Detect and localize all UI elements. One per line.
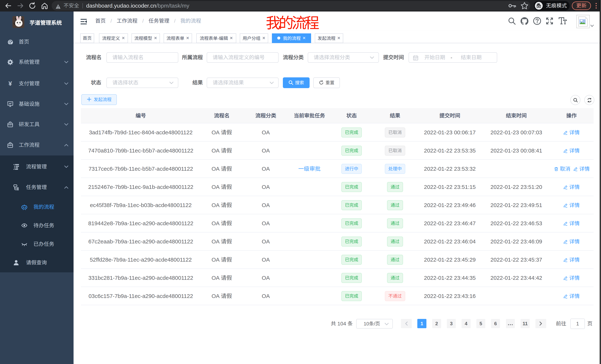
- svg-text:¥: ¥: [9, 81, 12, 87]
